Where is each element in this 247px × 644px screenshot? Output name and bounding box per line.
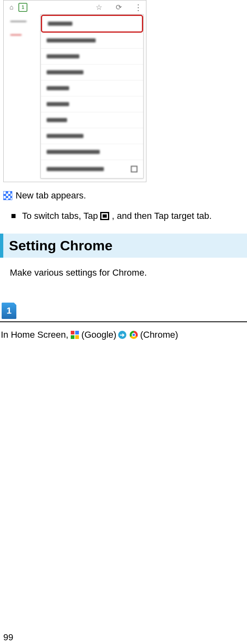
checkered-flag-icon <box>3 191 12 200</box>
star-icon: ☆ <box>94 3 103 12</box>
tab-switcher-inline-icon <box>100 212 109 220</box>
menu-item-share <box>41 96 143 112</box>
section-heading-bar: Setting Chrome <box>0 234 247 258</box>
menu-item-request-desktop <box>41 160 143 178</box>
menu-label <box>48 22 72 26</box>
background-page-blur <box>8 14 36 178</box>
next-arrow-icon: ➔ <box>118 331 126 339</box>
step-instruction: In Home Screen, (Google) ➔ (Chrome) <box>1 330 245 340</box>
chrome-menu-screenshot: ⌂ 1 ☆ ⟳ ⋮ <box>3 0 146 182</box>
menu-label <box>47 134 83 138</box>
menu-label <box>47 54 79 58</box>
menu-label <box>47 38 96 42</box>
menu-item-add-to-home <box>41 144 143 160</box>
menu-label <box>47 167 104 171</box>
result-line: New tab appears. <box>3 190 247 201</box>
step-chrome-label: (Chrome) <box>140 330 178 340</box>
menu-label <box>47 70 83 74</box>
menu-label <box>47 86 69 90</box>
screenshot-toolbar: ⌂ 1 ☆ ⟳ ⋮ <box>4 0 146 14</box>
menu-item-bookmarks <box>41 49 143 65</box>
step-number: 1 <box>7 305 11 316</box>
menu-label <box>47 102 69 106</box>
switch-post: , and then Tap target tab. <box>112 211 211 221</box>
tab-switcher-icon: 1 <box>18 3 27 12</box>
menu-item-find-in-page <box>41 128 143 144</box>
section-heading: Setting Chrome <box>9 238 241 254</box>
menu-item-print <box>41 112 143 128</box>
section-intro: Make various settings for Chrome. <box>10 267 244 278</box>
note-switch-tabs: To switch tabs, Tap , and then Tap targe… <box>11 211 244 221</box>
step-divider <box>0 321 247 322</box>
result-text: New tab appears. <box>16 190 86 201</box>
page-number: 99 <box>3 632 13 643</box>
chrome-app-icon <box>130 331 138 339</box>
step-google-label: (Google) <box>81 330 117 340</box>
menu-item-history <box>41 80 143 96</box>
switch-pre: To switch tabs, Tap <box>22 211 98 221</box>
menu-label <box>47 150 100 154</box>
menu-label <box>47 118 67 122</box>
checkbox-icon <box>131 166 137 172</box>
download-arrow-icon: ⟳ <box>114 3 123 12</box>
google-folder-icon <box>71 331 79 339</box>
overflow-menu-panel <box>40 14 144 178</box>
kebab-menu-icon: ⋮ <box>134 3 143 12</box>
menu-item-recent-tabs <box>41 65 143 80</box>
step-number-badge: 1 <box>2 303 16 319</box>
bullet-icon <box>11 214 16 218</box>
menu-item-new-incognito <box>41 33 143 49</box>
home-icon: ⌂ <box>7 3 16 12</box>
menu-item-new-tab <box>41 15 143 33</box>
step-pre: In Home Screen, <box>1 330 68 340</box>
